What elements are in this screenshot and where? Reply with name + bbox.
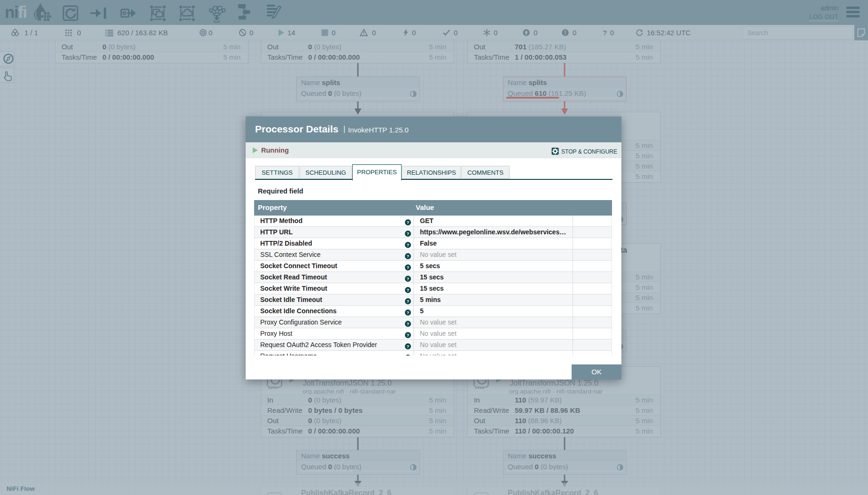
svg-text:?: ? <box>407 310 410 315</box>
svg-text:?: ? <box>407 265 410 270</box>
svg-text:?: ? <box>407 299 410 304</box>
svg-text:?: ? <box>407 355 410 356</box>
svg-text:?: ? <box>407 242 410 248</box>
svg-text:?: ? <box>407 231 410 236</box>
svg-text:?: ? <box>407 333 410 338</box>
svg-text:?: ? <box>407 254 410 259</box>
svg-text:?: ? <box>407 344 410 349</box>
svg-text:?: ? <box>407 287 410 293</box>
svg-text:?: ? <box>407 276 410 281</box>
svg-text:?: ? <box>407 220 410 225</box>
svg-text:?: ? <box>407 321 410 326</box>
